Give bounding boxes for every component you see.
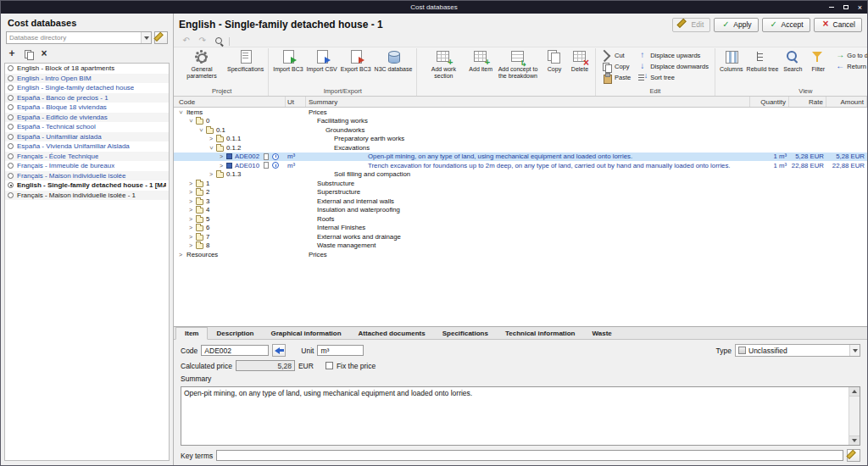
4-row[interactable]: 4 Insulation and waterproofing — [174, 206, 867, 215]
ade002-row[interactable]: ADE002 m³ Open-pit mining, on any type o… — [174, 153, 867, 162]
expander-icon[interactable] — [177, 109, 184, 115]
0-1-2-row[interactable]: 0.1.2 Excavations — [174, 143, 867, 153]
fran-ais-maison-individuelle-isol-e-database-item[interactable]: Français - Maison individuelle isolée — [5, 171, 169, 181]
items-row[interactable]: Items Prices — [174, 108, 867, 117]
radio-icon[interactable] — [8, 85, 14, 91]
espa-a-banco-de-precios-1-database-item[interactable]: España - Banco de precios - 1 — [5, 93, 169, 103]
specifications-button[interactable]: Specifications — [225, 48, 265, 74]
expander-icon[interactable] — [208, 145, 214, 151]
fran-ais-immeuble-de-bureaux-database-item[interactable]: Français - Immeuble de bureaux — [5, 161, 169, 171]
accept-button[interactable]: Accept — [762, 18, 810, 32]
import-bc3-button[interactable]: Import BC3 — [271, 48, 304, 74]
copy-button[interactable]: Copy — [600, 61, 632, 71]
radio-icon[interactable] — [8, 65, 14, 71]
scroll-down-icon[interactable] — [849, 435, 860, 445]
apply-button[interactable]: Apply — [714, 18, 758, 32]
unit-input[interactable] — [317, 345, 364, 356]
column-code[interactable]: Code — [174, 97, 286, 107]
scroll-up-icon[interactable] — [849, 387, 860, 397]
search-button[interactable] — [213, 36, 225, 47]
rebuild-tree-button[interactable]: Rebuild tree — [745, 48, 781, 74]
edit-directory-button[interactable] — [154, 31, 168, 44]
0-1-row[interactable]: 0.1 Groundworks — [174, 125, 867, 135]
english-block-of-18-apartments-database-item[interactable]: English - Block of 18 apartments — [5, 64, 169, 74]
database-directory-select[interactable]: Database directory — [6, 31, 152, 44]
summary-scrollbar[interactable] — [849, 387, 860, 445]
sort-tree-button[interactable]: Sort tree — [636, 72, 710, 82]
english-single-family-detached-house-1-marias-database-item[interactable]: English - Single-family detached house -… — [5, 180, 169, 191]
expander-icon[interactable] — [218, 163, 225, 169]
add-item-button[interactable]: Add item — [467, 48, 494, 74]
edit-button[interactable]: Edit — [672, 18, 711, 32]
english-intro-open-bim-database-item[interactable]: English - Intro Open BIM — [5, 74, 169, 84]
add-database-button[interactable] — [6, 47, 19, 59]
radio-icon[interactable] — [8, 143, 14, 149]
5-row[interactable]: 5 Roofs — [174, 214, 867, 224]
expander-icon[interactable] — [187, 198, 194, 204]
0-1-1-row[interactable]: 0.1.1 Preparatory earth works — [174, 135, 867, 144]
radio-icon[interactable] — [8, 182, 14, 188]
espa-a-technical-school-database-item[interactable]: España - Technical school — [5, 122, 169, 132]
add-work-section-button[interactable]: Add work section — [420, 48, 467, 80]
type-select[interactable]: Unclassified — [735, 344, 860, 357]
radio-icon[interactable] — [8, 173, 14, 179]
cut-button[interactable]: Cut — [600, 50, 632, 60]
column-rate[interactable]: Rate — [789, 97, 826, 107]
espa-a-edificio-de-viviendas-database-item[interactable]: España - Edificio de viviendas — [5, 113, 169, 123]
2-row[interactable]: 2 Superstructure — [174, 188, 867, 197]
column-summary[interactable]: Summary — [306, 97, 750, 107]
column-amount[interactable]: Amount — [826, 97, 867, 107]
general-parameters-button[interactable]: General parameters — [178, 48, 225, 80]
3-row[interactable]: 3 External and internal walls — [174, 197, 867, 206]
expander-icon[interactable] — [177, 252, 184, 258]
expander-icon[interactable] — [187, 180, 194, 186]
radio-icon[interactable] — [8, 134, 14, 140]
attached-documents-tab[interactable]: Attached documents — [350, 328, 434, 339]
add-concept-to-the-breakdown-button[interactable]: Add concept to the breakdown — [494, 48, 542, 80]
export-bc3-button[interactable]: Export BC3 — [339, 48, 373, 74]
edit-key-terms-button[interactable] — [847, 449, 860, 462]
radio-icon[interactable] — [8, 75, 14, 81]
redo-button[interactable] — [197, 36, 209, 47]
0-row[interactable]: 0 Facilitating works — [174, 117, 867, 126]
expander-icon[interactable] — [187, 189, 194, 195]
expander-icon[interactable] — [187, 242, 194, 248]
displace-upwards-button[interactable]: Displace upwards — [636, 50, 710, 60]
import-csv-button[interactable]: Import CSV — [305, 48, 339, 74]
radio-icon[interactable] — [8, 153, 14, 159]
expander-icon[interactable] — [187, 234, 194, 240]
fran-ais-maison-individuelle-isol-e-1-database-item[interactable]: Français - Maison individuelle isolée - … — [5, 191, 169, 201]
fix-price-checkbox[interactable] — [326, 362, 333, 369]
filter-button[interactable]: Filter — [805, 48, 831, 74]
ade010-row[interactable]: ADE010 m³ Trench excavation for foundati… — [174, 161, 867, 170]
description-tab[interactable]: Description — [208, 328, 262, 339]
undo-button[interactable] — [181, 36, 193, 47]
6-row[interactable]: 6 Internal Finishes — [174, 224, 867, 233]
waste-tab[interactable]: Waste — [584, 328, 620, 339]
go-to-concept-button[interactable] — [272, 344, 286, 357]
columns-button[interactable]: Columns — [718, 48, 745, 74]
n3c-database-button[interactable]: N3C database — [373, 48, 415, 74]
technical-information-tab[interactable]: Technical information — [497, 328, 584, 339]
espa-a-vivienda-unifamiliar-aislada-database-item[interactable]: España - Vivienda Unifamiliar Aislada — [5, 141, 169, 152]
expander-icon[interactable] — [208, 171, 214, 177]
delete-database-button[interactable] — [38, 47, 51, 59]
expander-icon[interactable] — [187, 207, 194, 213]
item-tab[interactable]: Item — [175, 327, 208, 340]
column-quantity[interactable]: Quantity — [750, 97, 789, 107]
radio-icon[interactable] — [8, 104, 14, 110]
paste-button[interactable]: Paste — [600, 72, 632, 82]
resources-row[interactable]: Resources Prices — [174, 250, 867, 259]
duplicate-database-button[interactable] — [22, 47, 35, 59]
expander-icon[interactable] — [187, 216, 194, 222]
8-row[interactable]: 8 Waste management — [174, 241, 867, 251]
delete-button[interactable]: Delete — [567, 48, 593, 74]
specifications-tab[interactable]: Specifications — [434, 328, 497, 339]
copy-button[interactable]: Copy — [542, 48, 567, 74]
expander-icon[interactable] — [198, 127, 204, 133]
displace-downwards-button[interactable]: Displace downwards — [636, 61, 710, 71]
cancel-button[interactable]: Cancel — [814, 18, 862, 32]
1-row[interactable]: 1 Substructure — [174, 179, 867, 188]
summary-textarea[interactable]: Open-pit mining, on any type of land, us… — [181, 387, 849, 445]
go-to-definition-button[interactable]: Go to definition — [832, 50, 867, 60]
